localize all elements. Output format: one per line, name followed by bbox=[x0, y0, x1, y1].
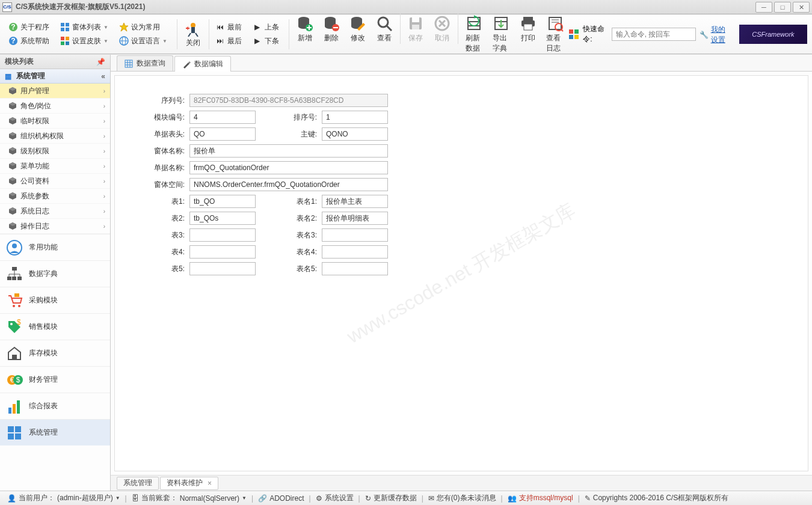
module-item[interactable]: 综合报表 bbox=[0, 393, 110, 419]
t2-input[interactable] bbox=[189, 212, 256, 225]
tabs-bottom: 系统管理资料表维护× bbox=[111, 475, 812, 491]
chevron-left-icon: « bbox=[101, 72, 105, 81]
tn4-input[interactable] bbox=[322, 245, 388, 259]
print-button[interactable]: 打印 bbox=[515, 14, 541, 55]
bottom-tab[interactable]: 资料表维护× bbox=[160, 477, 218, 490]
tree-item[interactable]: 菜单功能› bbox=[0, 159, 110, 174]
db-edit-button[interactable]: 修改 bbox=[345, 14, 371, 55]
close-button[interactable]: ✕ bbox=[793, 2, 810, 13]
content: 数据查询数据编辑 www.cscode.net 开发框架文库 序列号: 模块编号… bbox=[111, 55, 812, 491]
tree-item[interactable]: 操作日志› bbox=[0, 219, 110, 234]
refresh-button[interactable]: 刷新数据 bbox=[461, 14, 488, 55]
tab[interactable]: 数据编辑 bbox=[174, 56, 231, 72]
cancel-button: 取消 bbox=[429, 14, 455, 55]
sb-cache[interactable]: ↻更新缓存数据 bbox=[363, 493, 419, 503]
my-settings-link[interactable]: 我的设置 bbox=[711, 25, 732, 45]
about-button[interactable]: ?关于程序 bbox=[5, 21, 53, 34]
tab[interactable]: 数据查询 bbox=[117, 55, 173, 71]
tn5-input[interactable] bbox=[322, 262, 388, 275]
prev-button[interactable]: ▶上条 bbox=[249, 21, 283, 34]
tree-item[interactable]: 组织机构权限› bbox=[0, 129, 110, 144]
last-button[interactable]: ⏭最后 bbox=[212, 35, 245, 47]
export-button[interactable]: 导出字典 bbox=[488, 14, 515, 55]
svg-rect-72 bbox=[17, 400, 20, 414]
grid-icon bbox=[125, 60, 133, 68]
tree-item[interactable]: 系统日志› bbox=[0, 204, 110, 219]
module-item[interactable]: $销售模块 bbox=[0, 313, 110, 340]
tree-item[interactable]: 级别权限› bbox=[0, 144, 110, 159]
svg-rect-56 bbox=[12, 267, 17, 271]
csframework-logo: CSFramework bbox=[739, 25, 807, 44]
tree-item[interactable]: 系统参数› bbox=[0, 189, 110, 204]
quick-cmd-input[interactable] bbox=[612, 28, 696, 41]
t4-input[interactable] bbox=[189, 245, 256, 259]
search-button[interactable]: 查看 bbox=[371, 14, 398, 55]
flag-icon bbox=[568, 29, 579, 40]
tree-item[interactable]: 公司资料› bbox=[0, 174, 110, 189]
module-no-input[interactable] bbox=[189, 111, 256, 124]
tree-item[interactable]: 临时权限› bbox=[0, 114, 110, 129]
header-table-label: 单据表头: bbox=[139, 129, 189, 139]
svg-point-30 bbox=[378, 17, 388, 27]
chevron-right-icon: › bbox=[103, 163, 105, 170]
money-icon: €$ bbox=[6, 372, 23, 388]
close-form-button[interactable]: 关闭 bbox=[180, 19, 206, 49]
module-no-label: 模块编号: bbox=[139, 112, 189, 123]
fav-button[interactable]: 设为常用 bbox=[115, 21, 171, 34]
svg-point-55 bbox=[12, 243, 17, 248]
module-item[interactable]: €$财务管理 bbox=[0, 366, 110, 393]
tn3-input[interactable] bbox=[322, 228, 388, 242]
t3-input[interactable] bbox=[189, 228, 256, 242]
module-item[interactable]: 库存模块 bbox=[0, 340, 110, 366]
sb-account[interactable]: 🗄当前账套：Normal(SqlServer)▼ bbox=[129, 493, 249, 503]
module-item[interactable]: 常用功能 bbox=[0, 234, 110, 260]
chevron-right-icon: › bbox=[103, 193, 105, 200]
window-list-button[interactable]: 窗体列表 ▼ bbox=[57, 21, 112, 34]
sort-no-input[interactable] bbox=[322, 111, 388, 124]
sb-user[interactable]: 👤当前用户：(admin-超级用户)▼ bbox=[5, 493, 123, 503]
first-icon: ⏮ bbox=[215, 22, 225, 32]
sb-settings[interactable]: ⚙系统设置 bbox=[313, 493, 356, 503]
minimize-button[interactable]: ─ bbox=[755, 2, 772, 13]
t1-input[interactable] bbox=[189, 195, 256, 208]
module-item[interactable]: 数据字典 bbox=[0, 260, 110, 287]
svg-rect-73 bbox=[8, 426, 14, 432]
tn1-input[interactable] bbox=[322, 195, 388, 208]
tree-item[interactable]: 用户管理› bbox=[0, 84, 110, 99]
module-item[interactable]: 采购模块 bbox=[0, 287, 110, 313]
globe-icon bbox=[119, 36, 129, 46]
db-del-button[interactable]: 删除 bbox=[318, 14, 345, 55]
svg-rect-9 bbox=[66, 37, 69, 40]
first-button[interactable]: ⏮最前 bbox=[212, 21, 245, 34]
next-button[interactable]: ▶下条 bbox=[249, 35, 283, 47]
svg-rect-58 bbox=[12, 277, 16, 280]
question-blue-icon: ? bbox=[8, 36, 18, 46]
db-add-button[interactable]: 新增 bbox=[292, 14, 318, 55]
sb-ado[interactable]: 🔗ADODirect bbox=[256, 494, 306, 503]
form-name-input[interactable] bbox=[189, 144, 388, 158]
cube-icon bbox=[8, 192, 17, 200]
log-button[interactable]: 查看日志 bbox=[541, 14, 568, 55]
t5-input[interactable] bbox=[189, 262, 256, 275]
pk-input[interactable] bbox=[322, 127, 388, 141]
pin-icon[interactable]: 📌 bbox=[96, 58, 105, 66]
svg-line-49 bbox=[561, 29, 563, 31]
user-circle-icon bbox=[6, 239, 23, 256]
svg-rect-8 bbox=[61, 37, 64, 40]
close-icon[interactable]: × bbox=[208, 479, 212, 488]
lang-button[interactable]: 设置语言 ▼ bbox=[115, 35, 171, 47]
tag-icon: $ bbox=[6, 319, 23, 335]
module-item[interactable]: 系统管理 bbox=[0, 419, 110, 445]
form-space-input[interactable] bbox=[189, 178, 388, 191]
sb-msg[interactable]: ✉您有(0)条未读消息 bbox=[426, 493, 499, 503]
skin-button[interactable]: 设置皮肤 ▼ bbox=[57, 35, 112, 47]
sidebar-section[interactable]: ▦系统管理« bbox=[0, 69, 110, 84]
tree-item[interactable]: 角色/岗位› bbox=[0, 99, 110, 114]
cube-icon bbox=[8, 147, 17, 155]
maximize-button[interactable]: □ bbox=[774, 2, 791, 13]
doc-name-input[interactable] bbox=[189, 161, 388, 174]
header-table-input[interactable] bbox=[189, 127, 256, 141]
tn2-input[interactable] bbox=[322, 212, 388, 225]
help-button[interactable]: ?系统帮助 bbox=[5, 35, 53, 47]
bottom-tab[interactable]: 系统管理 bbox=[117, 477, 159, 490]
